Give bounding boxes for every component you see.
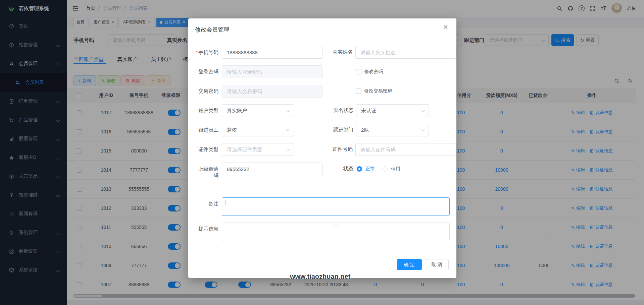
- status-label: 状态: [343, 166, 353, 172]
- cert-type-label: 证件类型: [196, 143, 218, 153]
- tip-label: 提示信息: [196, 223, 218, 232]
- account-type-label: 账户类型: [196, 104, 218, 114]
- status-radio-group: 状态 正常 停用: [343, 163, 400, 172]
- realname-input[interactable]: [355, 46, 456, 59]
- phone-input[interactable]: [222, 46, 323, 59]
- cert-no-label: 证件号码: [332, 143, 353, 152]
- confirm-button[interactable]: 确 定: [397, 259, 422, 270]
- dept-select[interactable]: 2队: [356, 124, 429, 136]
- chevron-down-icon: [421, 108, 425, 112]
- invite-code-label: 上级邀请码: [196, 163, 218, 179]
- real-status-label: 实名状态: [333, 104, 353, 114]
- chevron-down-icon: [286, 108, 290, 112]
- login-pwd-input[interactable]: [222, 65, 323, 78]
- status-disabled-radio[interactable]: [382, 166, 388, 172]
- remark-textarea[interactable]: [222, 197, 450, 216]
- cert-type-select[interactable]: 请选择证件类型: [222, 143, 294, 156]
- cancel-button[interactable]: 取 消: [425, 259, 449, 270]
- close-icon[interactable]: ✕: [443, 24, 448, 30]
- chevron-down-icon: [286, 147, 290, 151]
- account-type-select[interactable]: 真实账户: [222, 104, 294, 117]
- login-pwd-label: 登录密码: [196, 65, 218, 75]
- invite-code-input[interactable]: [222, 163, 323, 175]
- cert-no-input[interactable]: [355, 143, 456, 156]
- trade-pwd-label: 交易密码: [196, 85, 218, 95]
- staff-label: 跟进员工: [196, 124, 218, 133]
- real-status-select[interactable]: 未认证: [356, 104, 429, 117]
- status-normal-radio[interactable]: [357, 166, 362, 172]
- phone-label: *手机号码: [196, 46, 218, 56]
- watermark: www.tiaozhuan.net: [290, 273, 350, 281]
- checkbox-icon: [356, 69, 361, 74]
- staff-select[interactable]: 若依: [222, 124, 294, 136]
- trade-pwd-input[interactable]: [222, 85, 323, 98]
- realname-label: 真实姓名: [332, 46, 353, 55]
- remark-label: 备注: [196, 197, 218, 207]
- checkbox-icon: [356, 88, 361, 94]
- edit-member-dialog: 修改会员管理 ✕ *手机号码 真实姓名 登录密码: [188, 18, 456, 278]
- change-password-checkbox[interactable]: 修改密码: [356, 65, 383, 75]
- change-trade-password-checkbox[interactable]: 修改交易密码: [356, 85, 392, 94]
- tip-textarea[interactable]: [222, 223, 450, 241]
- resize-handle-icon: [333, 226, 339, 226]
- dialog-title: 修改会员管理: [195, 26, 229, 34]
- chevron-down-icon: [286, 128, 290, 131]
- dept-label: 跟进部门: [333, 124, 353, 133]
- chevron-down-icon: [421, 128, 425, 131]
- required-asterisk: *: [196, 49, 198, 55]
- text-caret: [225, 200, 226, 205]
